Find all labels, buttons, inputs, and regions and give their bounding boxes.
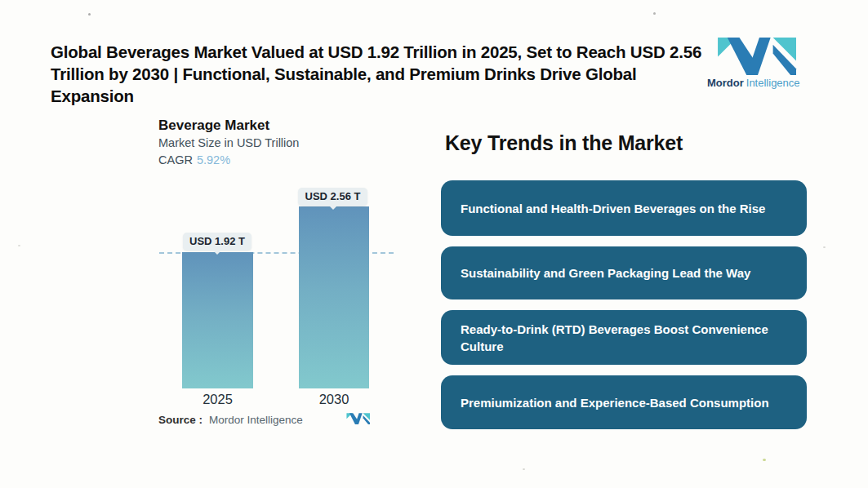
bar-2030 — [299, 206, 369, 388]
brand-name-light: Intelligence — [746, 77, 800, 89]
infographic-canvas: Global Beverages Market Valued at USD 1.… — [0, 0, 868, 488]
cagr-value: 5.92% — [197, 153, 230, 166]
mordor-logo-icon — [717, 37, 799, 75]
mordor-logo-mark-icon — [346, 413, 371, 424]
brand-logo: MordorIntelligence — [707, 37, 809, 89]
trend-pill-rtd: Ready-to-Drink (RTD) Beverages Boost Con… — [441, 310, 807, 365]
trend-pill-label: Ready-to-Drink (RTD) Beverages Boost Con… — [461, 321, 787, 355]
chart-cagr: CAGR5.92% — [158, 153, 230, 166]
source-row: Source :Mordor Intelligence — [158, 414, 303, 426]
speckle — [88, 13, 91, 16]
speckle — [523, 468, 525, 470]
trend-pill-label: Functional and Health-Driven Beverages o… — [461, 200, 765, 217]
value-label-2030: USD 2.56 T — [298, 188, 367, 206]
page-title-line1: Global Beverages Market Valued at USD 1.… — [51, 42, 701, 61]
page-title: Global Beverages Market Valued at USD 1.… — [51, 41, 708, 107]
source-logo — [346, 413, 371, 428]
brand-name-bold: Mordor — [707, 77, 744, 89]
speckle — [823, 246, 826, 248]
trend-pill-functional: Functional and Health-Driven Beverages o… — [441, 180, 807, 236]
trend-pill-sustainability: Sustainability and Green Packaging Lead … — [441, 246, 807, 299]
trends-heading: Key Trends in the Market — [445, 131, 683, 155]
bar-2025 — [182, 252, 253, 388]
trend-pill-label: Premiumization and Experience-Based Cons… — [461, 394, 769, 411]
speckle — [18, 245, 20, 246]
trend-pill-premiumization: Premiumization and Experience-Based Cons… — [441, 375, 807, 429]
source-value: Mordor Intelligence — [209, 414, 303, 426]
cagr-label: CAGR — [158, 153, 193, 166]
page-title-line2: Trillion by 2030 | Functional, Sustainab… — [51, 64, 637, 105]
chart-title: Beverage Market — [158, 118, 269, 134]
x-axis-label-2025: 2025 — [182, 392, 253, 407]
trend-pill-label: Sustainability and Green Packaging Lead … — [461, 264, 750, 282]
brand-wordmark: MordorIntelligence — [707, 77, 809, 89]
speckle — [653, 12, 656, 15]
x-axis-label-2030: 2030 — [299, 392, 369, 407]
speckle — [763, 459, 766, 461]
chart-subtitle: Market Size in USD Trillion — [158, 136, 299, 149]
value-label-2025: USD 1.92 T — [183, 233, 251, 251]
source-label: Source : — [158, 414, 203, 426]
